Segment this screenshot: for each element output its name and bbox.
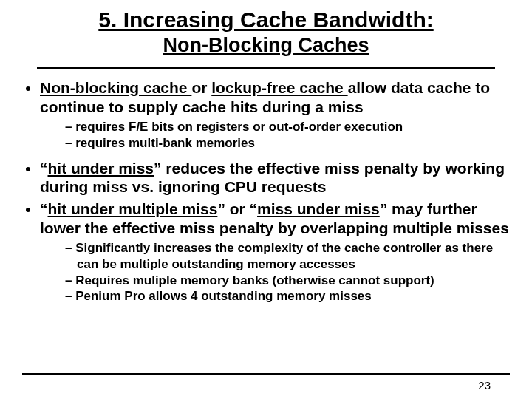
bullet-item: Non-blocking cache or lockup-free cache … — [40, 78, 511, 151]
bullet-text-part: lockup-free cache — [211, 79, 347, 96]
bullet-item: “hit under miss” reduces the effective m… — [40, 159, 511, 197]
bullet-list: Non-blocking cache or lockup-free cache … — [21, 78, 511, 304]
title-line-1: 5. Increasing Cache Bandwidth: — [37, 7, 495, 33]
slide-title: 5. Increasing Cache Bandwidth: Non-Block… — [37, 7, 495, 57]
sub-bullet-item: requires F/E bits on registers or out-of… — [65, 119, 511, 135]
sub-bullet-item: requires multi-bank memories — [65, 135, 511, 151]
sub-bullet-list: Significantly increases the complexity o… — [40, 240, 511, 304]
bullet-text-part: hit under multiple miss — [48, 200, 218, 217]
footer-divider — [22, 373, 510, 375]
bullet-text-part: hit under miss — [48, 160, 154, 177]
bullet-item: “hit under multiple miss” or “miss under… — [40, 200, 511, 304]
sub-bullet-item: Requires muliple memory banks (otherwise… — [65, 273, 511, 289]
bullet-text-part: “ — [40, 160, 48, 177]
page-number: 23 — [478, 379, 491, 392]
title-divider — [37, 67, 495, 69]
title-line-2: Non-Blocking Caches — [37, 34, 495, 57]
bullet-text-part: ” or “ — [217, 200, 257, 217]
bullet-text-part: or — [191, 79, 211, 96]
sub-bullet-item: Penium Pro allows 4 outstanding memory m… — [65, 288, 511, 304]
bullet-text-part: Non-blocking cache — [40, 79, 191, 96]
sub-bullet-item: Significantly increases the complexity o… — [65, 240, 511, 273]
bullet-text-part: “ — [40, 200, 48, 217]
slide: 5. Increasing Cache Bandwidth: Non-Block… — [0, 0, 532, 399]
sub-bullet-list: requires F/E bits on registers or out-of… — [40, 119, 511, 151]
bullet-text-part: miss under miss — [257, 200, 380, 217]
